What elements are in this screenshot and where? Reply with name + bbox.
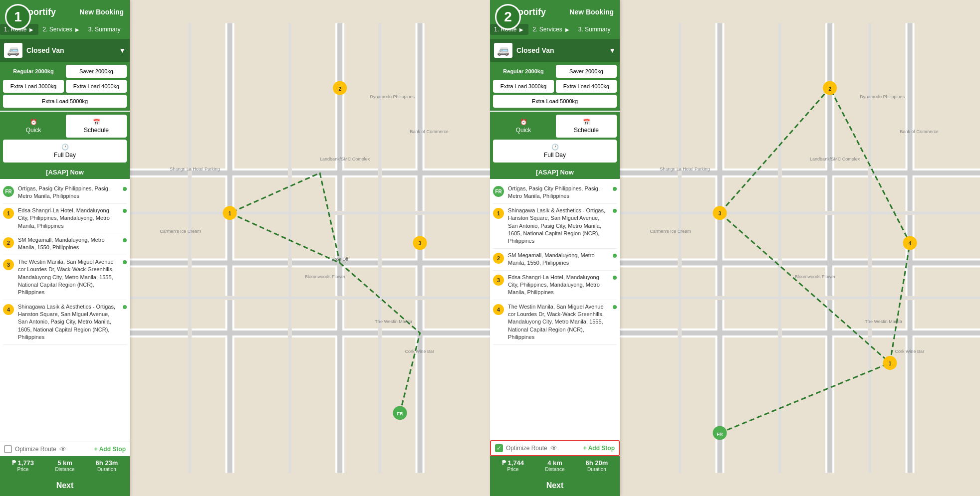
sched-schedule-2[interactable]: 📅 Schedule [556, 115, 617, 138]
load-regular-2[interactable]: Regular 2000kg [493, 65, 554, 78]
svg-text:Bank of Commerce: Bank of Commerce [900, 129, 939, 134]
load-extra4k-2[interactable]: Extra Load 4000kg [556, 80, 617, 93]
sidebar-1: transportify New Booking 1. Route 2. Ser… [0, 0, 130, 496]
svg-text:3: 3 [719, 211, 722, 216]
map-svg-1: FR 1 2 3 Drop Off Shangri La Hotel Parki… [130, 0, 490, 496]
svg-text:Carmen's Ice Cream: Carmen's Ice Cream [160, 229, 201, 234]
svg-text:Cork Wine Bar: Cork Wine Bar [895, 349, 925, 354]
route-badge-4-1: 4 [3, 304, 14, 315]
svg-rect-0 [130, 23, 490, 473]
stat-duration-1: 6h 23m Duration [87, 459, 127, 472]
route-item-fr-2: FR Ortigas, Pasig City Philippines, Pasi… [493, 182, 617, 204]
dot-fr-2 [613, 187, 617, 191]
svg-text:Shangri La Hotel Parking: Shangri La Hotel Parking [660, 166, 710, 171]
load-extra3k-1[interactable]: Extra Load 3000kg [3, 80, 64, 93]
dot-4-2 [613, 305, 617, 309]
panel-2: transportify New Booking 1. Route 2. Ser… [490, 0, 980, 496]
svg-text:Cork Wine Bar: Cork Wine Bar [405, 349, 435, 354]
svg-text:1: 1 [889, 361, 892, 366]
load-regular-1[interactable]: Regular 2000kg [3, 65, 64, 78]
route-badge-2-2: 2 [493, 253, 504, 264]
route-item-2-2: 2 SM Megamall, Mandaluyong, Metro Manila… [493, 249, 617, 271]
svg-rect-36 [620, 23, 980, 473]
dot-3-1 [123, 260, 127, 264]
optimize-checkbox-2[interactable]: ✓ [495, 444, 503, 452]
route-badge-3-1: 3 [3, 259, 14, 270]
calendar-icon-2: 📅 [583, 119, 590, 126]
load-saver-1[interactable]: Saver 2000kg [66, 65, 127, 78]
route-badge-4-2: 4 [493, 304, 504, 315]
dot-2-1 [123, 238, 127, 242]
breadcrumb-services-2[interactable]: 2. Services [528, 24, 574, 35]
svg-text:Dynamodo Philippines: Dynamodo Philippines [860, 94, 905, 99]
optimize-label-2: Optimize Route [506, 445, 547, 452]
add-stop-btn-1[interactable]: + Add Stop [94, 446, 126, 453]
route-badge-3-2: 3 [493, 275, 504, 286]
clock-icon-1: 🕐 [61, 144, 69, 151]
svg-text:Bank of Commerce: Bank of Commerce [410, 129, 449, 134]
next-btn-1[interactable]: Next [0, 475, 130, 496]
route-item-4-1: 4 Shinagawa Lasik & Aesthetics - Ortigas… [3, 300, 127, 345]
map-area-2: FR 1 2 3 4 Shangri La Hotel Parking Land… [620, 0, 980, 496]
route-item-3-2: 3 Edsa Shangri-La Hotel, Mandaluyong Cit… [493, 271, 617, 300]
svg-text:2: 2 [828, 86, 831, 92]
vehicle-dropdown-2[interactable]: ▼ [609, 46, 616, 54]
add-stop-btn-2[interactable]: + Add Stop [583, 445, 615, 452]
load-extra5k-2[interactable]: Extra Load 5000kg [493, 95, 617, 108]
stat-price-1: ₱ 1,773 Price [3, 459, 43, 472]
load-extra4k-1[interactable]: Extra Load 4000kg [66, 80, 127, 93]
vehicle-icon-2: 🚐 [494, 43, 512, 58]
sched-quick-2[interactable]: ⏰ Quick [493, 115, 554, 138]
sched-schedule-1[interactable]: 📅 Schedule [66, 115, 127, 138]
sched-fullday-1[interactable]: 🕐 Full Day [3, 140, 127, 163]
optimize-checkbox-1[interactable] [4, 445, 12, 453]
breadcrumb-services-1[interactable]: 2. Services [38, 24, 84, 35]
breadcrumb-summary-1[interactable]: 3. Summary [84, 24, 129, 35]
route-badge-fr-2: FR [493, 186, 504, 197]
route-item-4-2: 4 The Westin Manila, San Miguel Avenue c… [493, 300, 617, 345]
svg-text:The Westin Manila: The Westin Manila [375, 319, 412, 324]
schedule-section-1: ⏰ Quick 📅 Schedule 🕐 Full Day [0, 112, 130, 165]
route-item-2-1: 2 SM Megamall, Mandaluyong, Metro Manila… [3, 233, 127, 255]
vehicle-selector-1[interactable]: 🚐 Closed Van ▼ [0, 39, 130, 62]
stat-price-2: ₱ 1,744 Price [493, 459, 533, 472]
svg-text:The Westin Manila: The Westin Manila [865, 319, 902, 324]
svg-text:1: 1 [229, 211, 232, 216]
asap-bar-2: [ASAP] Now [490, 165, 620, 179]
svg-text:3: 3 [419, 241, 422, 246]
sched-quick-1[interactable]: ⏰ Quick [3, 115, 64, 138]
quick-icon-1: ⏰ [30, 119, 37, 126]
vehicle-dropdown-1[interactable]: ▼ [119, 46, 126, 54]
route-text-1-2: Shinagawa Lasik & Aesthetics - Ortigas, … [508, 207, 609, 245]
next-btn-2[interactable]: Next [490, 475, 620, 496]
route-badge-1-1: 1 [3, 208, 14, 219]
dot-2-2 [613, 254, 617, 258]
stats-bar-1: ₱ 1,773 Price 5 km Distance 6h 23m Durat… [0, 456, 130, 475]
clock-icon-2: 🕐 [551, 144, 559, 151]
route-badge-1-2: 1 [493, 208, 504, 219]
map-svg-2: FR 1 2 3 4 Shangri La Hotel Parking Land… [620, 0, 980, 496]
dot-fr-1 [123, 187, 127, 191]
vehicle-icon-1: 🚐 [4, 43, 22, 58]
load-saver-2[interactable]: Saver 2000kg [556, 65, 617, 78]
stats-bar-2: ₱ 1,744 Price 4 km Distance 6h 20m Durat… [490, 456, 620, 475]
load-extra5k-1[interactable]: Extra Load 5000kg [3, 95, 127, 108]
load-extra3k-2[interactable]: Extra Load 3000kg [493, 80, 554, 93]
dot-1-1 [123, 209, 127, 213]
svg-text:Dynamodo Philippines: Dynamodo Philippines [370, 94, 415, 99]
dot-4-1 [123, 305, 127, 309]
route-item-1-2: 1 Shinagawa Lasik & Aesthetics - Ortigas… [493, 204, 617, 249]
calendar-icon-1: 📅 [93, 119, 100, 126]
asap-bar-1: [ASAP] Now [0, 165, 130, 179]
svg-text:Bloomwoods Flower: Bloomwoods Flower [305, 274, 345, 279]
route-text-4-1: Shinagawa Lasik & Aesthetics - Ortigas, … [18, 303, 119, 341]
route-text-fr-1: Ortigas, Pasig City Philippines, Pasig, … [18, 185, 119, 200]
stat-duration-2: 6h 20m Duration [577, 459, 617, 472]
route-list-1: FR Ortigas, Pasig City Philippines, Pasi… [0, 179, 130, 442]
route-text-4-2: The Westin Manila, San Miguel Avenue cor… [508, 303, 609, 341]
stat-distance-1: 5 km Distance [45, 459, 85, 472]
breadcrumb-summary-2[interactable]: 3. Summary [574, 24, 619, 35]
vehicle-selector-2[interactable]: 🚐 Closed Van ▼ [490, 39, 620, 62]
sched-fullday-2[interactable]: 🕐 Full Day [493, 140, 617, 163]
dot-3-2 [613, 276, 617, 280]
